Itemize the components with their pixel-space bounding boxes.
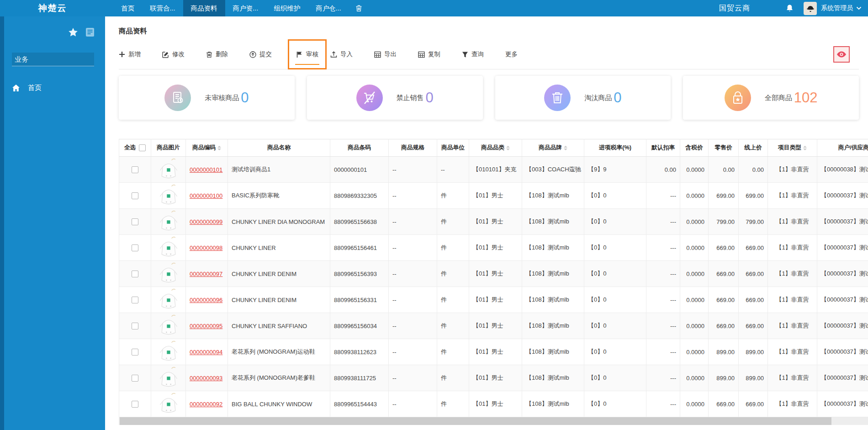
- card-all-goods[interactable]: 全部商品 102: [683, 76, 859, 120]
- notifications-button[interactable]: [786, 4, 794, 12]
- trash-icon: [206, 51, 212, 58]
- input-tax-rate: 【0】0: [584, 287, 646, 313]
- table-row[interactable]: 0000000096 CHUNKY LINER DENIM 8809965156…: [119, 287, 868, 313]
- add-button[interactable]: 新增: [119, 50, 141, 58]
- select-all-checkbox[interactable]: [139, 144, 146, 151]
- product-code-link[interactable]: 0000000098: [190, 244, 222, 251]
- export-button[interactable]: 导出: [374, 50, 397, 58]
- scrollbar-thumb[interactable]: [120, 417, 831, 425]
- product-code-link[interactable]: 0000000094: [190, 349, 222, 356]
- product-code-link[interactable]: 0000000092: [190, 401, 222, 408]
- nav-trash-icon[interactable]: [349, 0, 369, 16]
- horizontal-scrollbar[interactable]: [119, 417, 868, 425]
- sidebar-search-input[interactable]: [15, 55, 106, 63]
- row-checkbox[interactable]: [132, 323, 138, 329]
- product-barcode: 8809965156638: [330, 209, 389, 235]
- sort-icon[interactable]: [506, 146, 510, 150]
- product-code-link[interactable]: 0000000095: [190, 323, 222, 329]
- product-image[interactable]: [158, 262, 179, 286]
- toolbar: 新增 修改 删除 提交 审核 导入: [119, 44, 854, 64]
- product-image[interactable]: [158, 236, 179, 260]
- row-checkbox[interactable]: [132, 271, 138, 277]
- product-code-link[interactable]: 0000000093: [190, 375, 222, 382]
- avatar[interactable]: [804, 2, 817, 15]
- product-name: 老花系列 (MONOGRAM)老爹鞋: [228, 365, 330, 391]
- card-value: 0: [614, 90, 621, 106]
- row-checkbox[interactable]: [132, 401, 138, 408]
- table-row[interactable]: 0000000094 老花系列 (MONOGRAM)运动鞋 8809938112…: [119, 339, 868, 365]
- input-tax-rate: 【0】0: [584, 261, 646, 287]
- default-discount: ---: [646, 365, 680, 391]
- watch-mode-button[interactable]: [833, 46, 850, 63]
- row-checkbox[interactable]: [132, 297, 138, 303]
- product-image[interactable]: [158, 366, 179, 390]
- product-category: 【01】男士: [469, 183, 522, 209]
- nav-item-org-maintain[interactable]: 组织维护: [266, 0, 308, 16]
- header-brand[interactable]: 商品品牌: [522, 139, 584, 157]
- row-checkbox[interactable]: [132, 244, 138, 251]
- product-image[interactable]: [158, 210, 179, 234]
- product-image[interactable]: [158, 158, 179, 181]
- product-code-link[interactable]: 0000000100: [190, 192, 222, 199]
- row-checkbox[interactable]: [132, 166, 138, 173]
- row-checkbox[interactable]: [132, 192, 138, 199]
- default-discount: ---: [646, 287, 680, 313]
- row-checkbox[interactable]: [132, 375, 138, 382]
- retail-price: 669.00: [709, 235, 739, 261]
- menu-list-button[interactable]: [85, 27, 95, 39]
- submit-button[interactable]: 提交: [249, 50, 272, 58]
- product-image[interactable]: [158, 288, 179, 312]
- online-price: 669.00: [739, 313, 768, 339]
- card-unaudited-goods[interactable]: 未审核商品 0: [119, 76, 295, 120]
- product-code-link[interactable]: 0000000101: [190, 166, 222, 173]
- table-row[interactable]: 0000000092 BIG BALL CHUNKY WINDOW 880996…: [119, 391, 868, 417]
- project-type: 【1】非直营: [768, 157, 817, 183]
- favorites-button[interactable]: [68, 27, 78, 39]
- sidebar-item-home[interactable]: 首页: [0, 84, 105, 92]
- table-row[interactable]: 0000000097 CHUNKY LINER DENIM 8809965156…: [119, 261, 868, 287]
- product-barcode: 8809965156393: [330, 261, 389, 287]
- default-discount: ---: [646, 313, 680, 339]
- product-image[interactable]: [158, 392, 179, 416]
- sort-icon[interactable]: [564, 146, 567, 150]
- import-button[interactable]: 导入: [330, 50, 353, 58]
- copy-button[interactable]: 复制: [418, 50, 440, 58]
- table-row[interactable]: 0000000101 测试培训商品1 0000000101 -- -- 【010…: [119, 157, 868, 183]
- product-code-link[interactable]: 0000000099: [190, 218, 222, 225]
- table-row[interactable]: 0000000099 CHUNKY LINER DIA MONOGRAM 880…: [119, 209, 868, 235]
- table-row[interactable]: 0000000098 CHUNKY LINER 8809965156461 --…: [119, 235, 868, 261]
- more-button[interactable]: 更多: [505, 50, 518, 58]
- product-code-link[interactable]: 0000000097: [190, 271, 222, 277]
- card-forbidden-sale[interactable]: 禁止销售 0: [307, 76, 483, 120]
- nav-item-goods-data[interactable]: 商品资料: [183, 0, 225, 16]
- sort-icon[interactable]: [803, 146, 807, 150]
- header-product-code[interactable]: 商品编码: [186, 139, 228, 157]
- edit-button[interactable]: 修改: [162, 50, 185, 58]
- input-tax-rate: 【0】0: [584, 365, 646, 391]
- product-unit: 件: [437, 313, 469, 339]
- row-checkbox[interactable]: [132, 349, 138, 356]
- current-user[interactable]: 系统管理员: [821, 4, 853, 12]
- product-image[interactable]: [158, 314, 179, 338]
- product-image[interactable]: [158, 340, 179, 364]
- nav-item-home[interactable]: 首页: [113, 0, 142, 16]
- nav-item-lianying[interactable]: 联营合...: [142, 0, 183, 16]
- sort-icon[interactable]: [217, 146, 221, 150]
- nav-item-merchant-warehouse[interactable]: 商户仓...: [308, 0, 349, 16]
- row-checkbox[interactable]: [132, 218, 138, 225]
- table-row[interactable]: 0000000100 BASIC系列防寒靴 8809869332305 -- 件…: [119, 183, 868, 209]
- header-project-type[interactable]: 项目类型: [768, 139, 817, 157]
- product-brand: 【108】测试mlb: [522, 261, 584, 287]
- delete-button[interactable]: 删除: [206, 50, 228, 58]
- default-discount: ---: [646, 209, 680, 235]
- card-eliminated-goods[interactable]: 淘汰商品 0: [495, 76, 671, 120]
- audit-button[interactable]: 审核: [296, 50, 318, 58]
- chevron-down-icon[interactable]: [856, 6, 862, 10]
- header-category[interactable]: 商品品类: [469, 139, 522, 157]
- product-image[interactable]: [158, 184, 179, 207]
- table-row[interactable]: 0000000095 CHUNKY LINER SAFFIANO 8809965…: [119, 313, 868, 339]
- product-code-link[interactable]: 0000000096: [190, 297, 222, 303]
- query-button[interactable]: 查询: [462, 50, 484, 58]
- nav-item-merchant-data[interactable]: 商户资...: [225, 0, 266, 16]
- table-row[interactable]: 0000000093 老花系列 (MONOGRAM)老爹鞋 8809938111…: [119, 365, 868, 391]
